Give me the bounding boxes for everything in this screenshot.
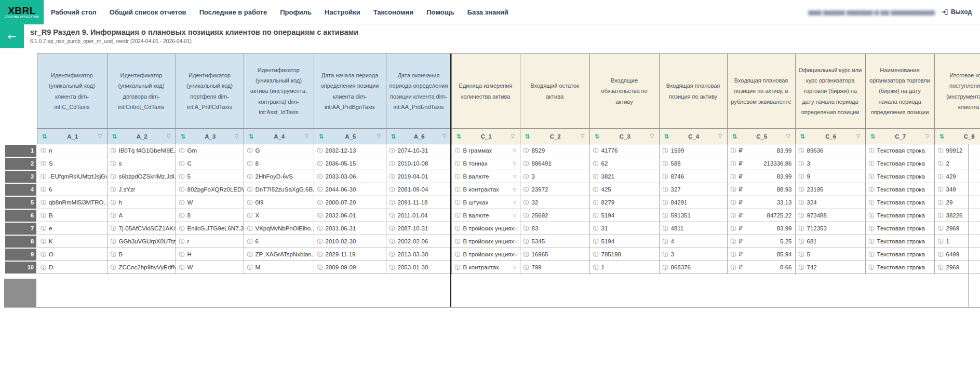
- info-icon[interactable]: ⓘ: [111, 212, 116, 219]
- info-icon[interactable]: ⓘ: [869, 147, 875, 154]
- menu-profile[interactable]: Профиль: [280, 8, 312, 16]
- info-icon[interactable]: ⓘ: [111, 264, 116, 271]
- info-icon[interactable]: ⓘ: [455, 225, 461, 232]
- info-icon[interactable]: ⓘ: [731, 173, 736, 180]
- info-icon[interactable]: ⓘ: [869, 264, 875, 271]
- cell-C_2[interactable]: ⓘ886491: [520, 157, 589, 170]
- info-icon[interactable]: ⓘ: [523, 186, 529, 193]
- cell-A_6[interactable]: ⓘ2091-11-18: [386, 196, 451, 209]
- row-number[interactable]: 6: [5, 209, 37, 222]
- cell-A_6[interactable]: ⓘ2002-02-06: [386, 235, 451, 248]
- cell-C_3[interactable]: ⓘ41776: [589, 144, 659, 157]
- cell-C_5[interactable]: ⓘ₽8.66: [727, 261, 795, 274]
- info-icon[interactable]: ⓘ: [523, 160, 529, 167]
- info-icon[interactable]: ⓘ: [179, 238, 185, 245]
- row-number[interactable]: 9: [5, 248, 37, 261]
- filter-icon[interactable]: ▽: [581, 133, 585, 139]
- info-icon[interactable]: ⓘ: [869, 160, 875, 167]
- cell-C_8[interactable]: ⓘ99912: [934, 144, 980, 157]
- info-icon[interactable]: ⓘ: [247, 160, 253, 167]
- cell-C_1[interactable]: ⓘВ контрактах▽: [451, 261, 520, 274]
- filter-icon[interactable]: ▽: [718, 133, 722, 139]
- dropdown-caret-icon[interactable]: ▽: [514, 239, 518, 244]
- dropdown-caret-icon[interactable]: ▽: [513, 213, 517, 218]
- cell-A_1[interactable]: ⓘe: [37, 222, 107, 235]
- info-icon[interactable]: ⓘ: [317, 212, 323, 219]
- cell-C_6[interactable]: ⓘ23195: [795, 183, 865, 196]
- cell-C_5[interactable]: ⓘ₽33.13: [727, 196, 795, 209]
- row-number[interactable]: 2: [5, 157, 37, 170]
- cell-C_7[interactable]: ⓘТекстовая строка: [865, 183, 934, 196]
- info-icon[interactable]: ⓘ: [663, 264, 668, 271]
- dropdown-caret-icon[interactable]: ▽: [513, 174, 517, 179]
- cell-C_2[interactable]: ⓘ8529: [520, 144, 589, 157]
- info-icon[interactable]: ⓘ: [317, 251, 323, 258]
- info-icon[interactable]: ⓘ: [390, 186, 395, 193]
- filter-icon[interactable]: ▽: [650, 133, 654, 139]
- info-icon[interactable]: ⓘ: [317, 173, 323, 180]
- cell-C_1[interactable]: ⓘВ тройских унциях▽: [451, 235, 520, 248]
- sort-icon[interactable]: ⇅: [595, 133, 600, 140]
- info-icon[interactable]: ⓘ: [938, 173, 944, 180]
- cell-C_7[interactable]: ⓘТекстовая строка: [865, 209, 934, 222]
- cell-C_2[interactable]: ⓘ25692: [520, 209, 589, 222]
- cell-C_7[interactable]: ⓘТекстовая строка: [865, 235, 934, 248]
- cell-C_5[interactable]: ⓘ₽88.93: [727, 183, 795, 196]
- filter-icon[interactable]: ▽: [235, 133, 239, 139]
- info-icon[interactable]: ⓘ: [247, 173, 253, 180]
- info-icon[interactable]: ⓘ: [869, 173, 875, 180]
- cell-A_1[interactable]: ⓘqb8nRmMI5i3MTRO...: [37, 196, 107, 209]
- info-icon[interactable]: ⓘ: [869, 212, 875, 219]
- info-icon[interactable]: ⓘ: [41, 251, 46, 258]
- cell-C_4[interactable]: ⓘ84291: [659, 196, 727, 209]
- menu-knowledge-base[interactable]: База знаний: [467, 8, 508, 16]
- info-icon[interactable]: ⓘ: [938, 186, 944, 193]
- info-icon[interactable]: ⓘ: [593, 173, 599, 180]
- xbrl-logo[interactable]: XBRL CREATING APPLICATION: [0, 0, 44, 24]
- info-icon[interactable]: ⓘ: [938, 264, 944, 271]
- info-icon[interactable]: ⓘ: [731, 264, 736, 271]
- info-icon[interactable]: ⓘ: [179, 160, 185, 167]
- dropdown-caret-icon[interactable]: ▽: [514, 226, 518, 231]
- cell-C_6[interactable]: ⓘ9: [795, 170, 865, 183]
- cell-C_6[interactable]: ⓘ742: [795, 261, 865, 274]
- cell-C_6[interactable]: ⓘ5: [795, 248, 865, 261]
- cell-A_3[interactable]: ⓘW: [176, 196, 244, 209]
- cell-A_6[interactable]: ⓘ2053-01-30: [386, 261, 451, 274]
- row-number[interactable]: 3: [5, 170, 37, 183]
- row-number[interactable]: 8: [5, 235, 37, 248]
- cell-A_4[interactable]: ⓘ6: [244, 235, 314, 248]
- info-icon[interactable]: ⓘ: [41, 264, 46, 271]
- info-icon[interactable]: ⓘ: [523, 238, 529, 245]
- info-icon[interactable]: ⓘ: [938, 238, 944, 245]
- cell-A_1[interactable]: ⓘO: [37, 248, 107, 261]
- info-icon[interactable]: ⓘ: [869, 238, 875, 245]
- cell-C_2[interactable]: ⓘ23972: [520, 183, 589, 196]
- dropdown-caret-icon[interactable]: ▽: [513, 200, 517, 205]
- cell-A_5[interactable]: ⓘ2029-11-19: [314, 248, 386, 261]
- info-icon[interactable]: ⓘ: [247, 264, 253, 271]
- info-icon[interactable]: ⓘ: [593, 147, 599, 154]
- info-icon[interactable]: ⓘ: [111, 225, 116, 232]
- cell-C_3[interactable]: ⓘ31: [589, 222, 659, 235]
- info-icon[interactable]: ⓘ: [523, 173, 529, 180]
- cell-C_4[interactable]: ⓘ3: [659, 248, 727, 261]
- cell-C_8[interactable]: ⓘ429: [934, 170, 980, 183]
- info-icon[interactable]: ⓘ: [390, 264, 395, 271]
- filter-icon[interactable]: ▽: [305, 133, 309, 139]
- cell-C_5[interactable]: ⓘ₽84725.22: [727, 209, 795, 222]
- info-icon[interactable]: ⓘ: [179, 212, 185, 219]
- cell-A_1[interactable]: ⓘn: [37, 144, 107, 157]
- info-icon[interactable]: ⓘ: [317, 147, 323, 154]
- info-icon[interactable]: ⓘ: [731, 160, 736, 167]
- cell-A_3[interactable]: ⓘEnlicG.JTG9eL6N7.3...: [176, 222, 244, 235]
- cell-C_8[interactable]: ⓘ38226: [934, 209, 980, 222]
- info-icon[interactable]: ⓘ: [731, 251, 736, 258]
- cell-A_5[interactable]: ⓘ2000-07-20: [314, 196, 386, 209]
- menu-recent[interactable]: Последние в работе: [199, 8, 267, 16]
- cell-A_6[interactable]: ⓘ2010-10-08: [386, 157, 451, 170]
- row-number[interactable]: 1: [5, 144, 37, 157]
- info-icon[interactable]: ⓘ: [663, 160, 668, 167]
- info-icon[interactable]: ⓘ: [455, 212, 461, 219]
- cell-C_8[interactable]: ⓘ1: [934, 235, 980, 248]
